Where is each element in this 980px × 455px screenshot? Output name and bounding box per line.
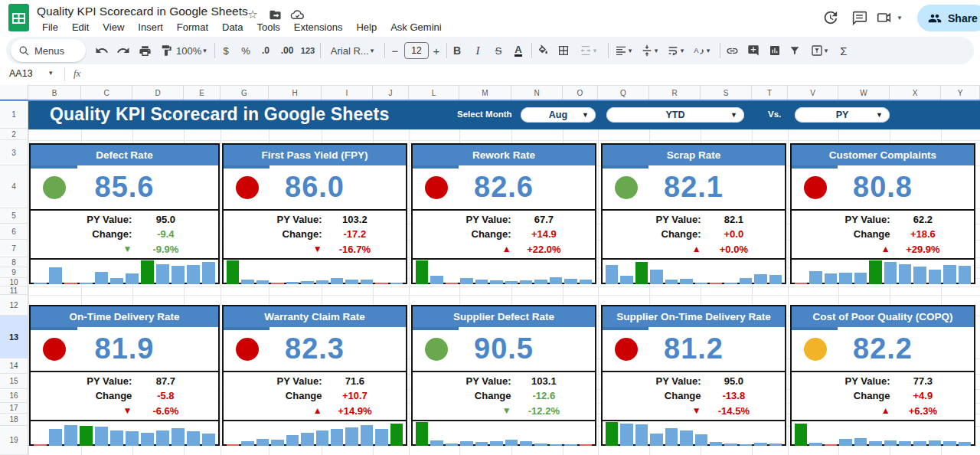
- kpi-card-on-time-delivery-rate[interactable]: On-Time Delivery Rate 81.9 PY Value:87.7…: [29, 305, 220, 446]
- text-rotation-button[interactable]: A▾: [687, 41, 716, 61]
- redo-button[interactable]: [113, 41, 133, 61]
- row-header-6[interactable]: 6: [0, 224, 28, 240]
- format-percent-button[interactable]: %: [236, 41, 256, 61]
- column-header-e[interactable]: E: [184, 85, 220, 100]
- menu-view[interactable]: View: [97, 20, 129, 34]
- kpi-card-warranty-claim-rate[interactable]: Warranty Claim Rate 82.3 PY Value:71.6 C…: [222, 305, 407, 446]
- more-formats-button[interactable]: 123: [298, 41, 318, 61]
- row-header-13[interactable]: 13: [0, 316, 28, 358]
- meet-camera-icon[interactable]: [875, 8, 893, 27]
- column-header-n[interactable]: N: [511, 85, 563, 100]
- document-title[interactable]: Quality KPI Scorecard in Google Sheets: [37, 5, 248, 18]
- menu-edit[interactable]: Edit: [67, 20, 94, 34]
- column-header-m[interactable]: M: [459, 85, 511, 100]
- row-header-15[interactable]: 15: [0, 374, 28, 389]
- column-header-s[interactable]: S: [701, 85, 752, 100]
- insert-chart-button[interactable]: [765, 41, 785, 61]
- increase-font-size-button[interactable]: +: [426, 41, 446, 61]
- increase-decimal-button[interactable]: .00: [277, 41, 297, 61]
- column-header-l[interactable]: L: [409, 85, 459, 100]
- version-history-icon[interactable]: [821, 8, 839, 27]
- row-header-7[interactable]: 7: [0, 240, 28, 257]
- font-family-selector[interactable]: Arial R...▾: [325, 41, 380, 61]
- menu-format[interactable]: Format: [172, 20, 214, 34]
- google-sheets-logo[interactable]: [8, 4, 29, 31]
- horizontal-align-button[interactable]: ▾: [609, 41, 638, 61]
- row-header-14[interactable]: 14: [0, 358, 28, 374]
- insert-link-button[interactable]: [722, 41, 742, 61]
- row-header-17[interactable]: 17: [0, 403, 28, 414]
- decrease-decimal-button[interactable]: .0: [256, 41, 276, 61]
- row-header-9[interactable]: 9: [0, 267, 28, 278]
- column-header-t[interactable]: T: [752, 85, 788, 100]
- strikethrough-button[interactable]: S: [488, 41, 508, 61]
- column-header-v[interactable]: V: [788, 85, 838, 100]
- kpi-card-scrap-rate[interactable]: Scrap Rate 82.1 PY Value:82.1 Change:+0.…: [601, 143, 786, 284]
- name-box[interactable]: AA13: [9, 68, 44, 79]
- kpi-card-rework-rate[interactable]: Rework Rate 82.6 PY Value:67.7 Change:+1…: [411, 143, 596, 284]
- menu-extensions[interactable]: Extensions: [289, 20, 348, 34]
- borders-button[interactable]: [554, 41, 573, 61]
- kpi-card-defect-rate[interactable]: Defect Rate 85.6 PY Value:95.0 Change:-9…: [29, 143, 220, 284]
- row-header-3[interactable]: 3: [0, 140, 28, 165]
- column-header-q[interactable]: Q: [598, 85, 649, 100]
- compare-dropdown[interactable]: PY▼: [795, 107, 890, 123]
- row-header-10[interactable]: 10: [0, 278, 28, 286]
- column-header-c[interactable]: C: [81, 85, 132, 100]
- period-dropdown[interactable]: YTD▼: [606, 107, 744, 123]
- kpi-card-cost-of-poor-quality-copq[interactable]: Cost of Poor Quality (COPQ) 82.2 PY Valu…: [790, 305, 975, 446]
- kpi-card-supplier-defect-rate[interactable]: Supplier Defect Rate 90.5 PY Value:103.1…: [411, 305, 596, 446]
- fill-color-button[interactable]: [533, 41, 553, 61]
- row-header-18[interactable]: 18: [0, 414, 28, 426]
- menu-ask-gemini[interactable]: Ask Gemini: [385, 20, 446, 34]
- menu-file[interactable]: File: [37, 20, 64, 34]
- menu-help[interactable]: Help: [351, 20, 382, 34]
- text-color-button[interactable]: A: [508, 41, 528, 61]
- filter-views-button[interactable]: ▾: [804, 41, 835, 61]
- create-filter-button[interactable]: [785, 41, 805, 61]
- merge-cells-button[interactable]: ▾: [573, 41, 603, 61]
- menu-insert[interactable]: Insert: [132, 20, 168, 34]
- row-header-8[interactable]: 8: [0, 257, 28, 267]
- menu-data[interactable]: Data: [217, 20, 248, 34]
- column-header-x[interactable]: X: [890, 85, 941, 100]
- menus-search-button[interactable]: Menus: [11, 39, 86, 62]
- row-header-1[interactable]: 1: [0, 101, 28, 129]
- kpi-card-first-pass-yield-fpy[interactable]: First Pass Yield (FPY) 86.0 PY Value:103…: [222, 143, 407, 284]
- month-dropdown[interactable]: Aug▼: [521, 107, 596, 123]
- meet-dropdown-caret[interactable]: ▾: [894, 8, 905, 27]
- menu-tools[interactable]: Tools: [251, 20, 285, 34]
- functions-button[interactable]: Σ: [834, 41, 854, 61]
- decrease-font-size-button[interactable]: −: [385, 41, 405, 61]
- row-header-2[interactable]: 2: [0, 129, 28, 140]
- select-all-corner[interactable]: [0, 85, 28, 100]
- row-header-11[interactable]: 11: [0, 286, 28, 295]
- format-currency-button[interactable]: $: [216, 41, 236, 61]
- name-box-caret[interactable]: ▾: [49, 69, 53, 77]
- column-header-g[interactable]: G: [220, 85, 269, 100]
- bold-button[interactable]: B: [447, 41, 467, 61]
- column-header-d[interactable]: D: [132, 85, 184, 100]
- insert-comment-button[interactable]: [743, 41, 763, 61]
- column-header-h[interactable]: H: [269, 85, 322, 100]
- share-button[interactable]: Share: [917, 5, 980, 31]
- row-header-16[interactable]: 16: [0, 389, 28, 403]
- italic-button[interactable]: I: [468, 41, 488, 61]
- column-header-r[interactable]: R: [649, 85, 701, 100]
- row-header-12[interactable]: 12: [0, 295, 28, 316]
- column-header-y[interactable]: Y: [941, 85, 980, 100]
- font-size-input[interactable]: 12: [404, 41, 429, 61]
- row-header-4[interactable]: 4: [0, 165, 28, 208]
- text-wrap-button[interactable]: ▾: [661, 41, 690, 61]
- column-header-w[interactable]: W: [838, 85, 890, 100]
- undo-button[interactable]: [92, 41, 112, 61]
- column-header-j[interactable]: J: [373, 85, 409, 100]
- column-header-o[interactable]: O: [563, 85, 598, 100]
- column-header-b[interactable]: B: [28, 85, 81, 100]
- zoom-control[interactable]: 100%▾: [173, 41, 210, 61]
- comment-history-icon[interactable]: [850, 8, 868, 27]
- column-header-i[interactable]: I: [322, 85, 373, 100]
- print-button[interactable]: [135, 41, 155, 61]
- fx-icon[interactable]: fx: [74, 67, 80, 80]
- row-header-5[interactable]: 5: [0, 208, 28, 224]
